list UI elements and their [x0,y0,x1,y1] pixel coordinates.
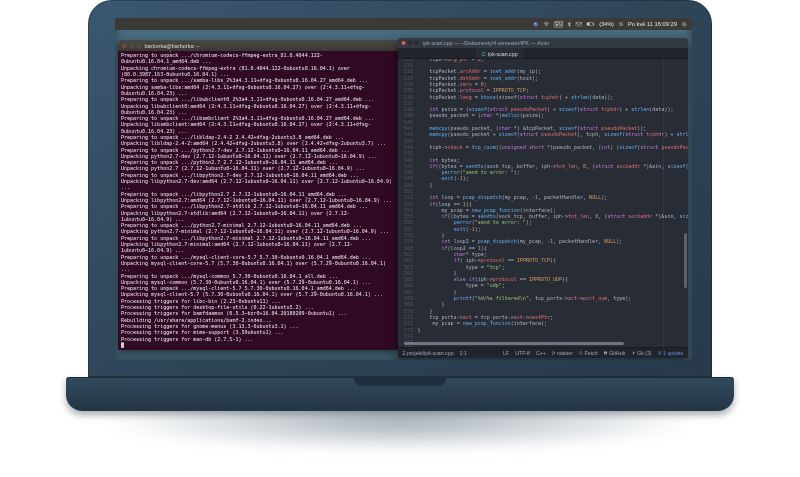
editor-titlebar[interactable]: ipk-scan.cpp — ~/Dokumenty/4.semester/IP… [398,38,688,48]
update-icon [658,351,662,355]
window-title: ipk-scan.cpp — ~/Dokumenty/4.semester/IP… [423,40,549,46]
terminal-line: Unpacking libsmbclient:amd64 (2:4.3.11+d… [121,122,397,135]
terminal-line: Unpacking libpython2.7-dev:amd64 (2.7.12… [121,179,397,192]
code-line: 542 memcpy(pseudo_packet + sizeof(struct… [398,132,688,138]
terminal-line: Unpacking samba-libs:amd64 (2:4.3.11+dfs… [121,85,397,98]
cursor-position[interactable]: 1:1 [460,350,467,356]
battery-percentage: (34%) [599,21,614,27]
horizontal-scrollbar[interactable] [404,342,624,345]
session-gear-icon[interactable] [682,21,688,27]
top-panel: EN (34%) Po kvě 11 16:09:29 [115,18,692,30]
laptop-mockup-scene: EN (34%) Po kvě 11 16:09:29 [0,0,800,477]
line-ending-indicator[interactable]: LF [503,350,509,356]
terminal-line: Unpacking chromium-codecs-ffmpeg-extra (… [121,66,397,79]
terminal-output[interactable]: Preparing to unpack .../chromium-browser… [118,51,400,350]
branch-icon [552,351,556,356]
terminal-titlebar[interactable]: barborka@barborka: ~ [118,40,400,51]
battery-icon[interactable] [587,22,595,26]
laptop-base [66,377,734,411]
file-path[interactable]: 2.projekt/ipk-scan.cpp [403,350,454,356]
git-branch[interactable]: master [552,350,573,356]
tab-bar: C ipk-scan.cpp [398,48,688,59]
fetch-icon [579,351,583,355]
terminal-line: Unpacking libpython2.7-stdlib:amd64 (2.7… [121,210,397,223]
status-bar: 2.projekt/ipk-scan.cpp 1:1 LF UTF-8 C++ … [398,347,688,358]
maximize-button[interactable] [137,43,142,48]
bluetooth-icon[interactable] [568,21,572,27]
minimize-button[interactable] [408,41,412,45]
panel-clock[interactable]: Po kvě 11 16:09:29 [628,21,677,27]
close-button[interactable] [122,43,127,48]
laptop-lid: EN (34%) Po kvě 11 16:09:29 [88,0,712,377]
terminal-cursor [121,343,124,349]
terminal-window: barborka@barborka: ~ Preparing to unpack… [118,40,400,350]
terminal-title: barborka@barborka: ~ [145,43,200,49]
desktop: EN (34%) Po kvě 11 16:09:29 [115,18,692,360]
minimize-button[interactable] [130,43,135,48]
terminal-line: Preparing to unpack .../chromium-codecs-… [121,53,397,66]
vertical-scrollbar[interactable] [684,233,687,288]
keyboard-layout-indicator[interactable]: EN [554,21,563,28]
encoding-indicator[interactable]: UTF-8 [515,350,530,356]
sync-arrows-icon[interactable] [618,22,623,27]
laptop-base-notch [354,378,446,386]
cpp-file-icon: C [482,51,486,57]
fetch-button[interactable]: Fetch [579,350,598,356]
tab-ipk-scan[interactable]: C ipk-scan.cpp [476,48,524,59]
editor-window: ipk-scan.cpp — ~/Dokumenty/4.semester/IP… [398,38,688,358]
terminal-line: Unpacking libwbclient0:amd64 (2:4.3.11+d… [121,103,397,116]
git-diff-icon [631,351,635,355]
code-line: 544 tcph->check = tcp_csum((unsigned sho… [398,144,688,150]
terminal-line: Unpacking mysql-client-core-5.7 (5.7.30-… [121,261,397,274]
update-available-button[interactable]: 1 update [658,350,684,356]
github-icon [604,351,608,355]
mail-envelope-icon[interactable] [576,22,583,27]
code-editor[interactable]: 530 tcph->urg_ptr = 0;531532 tcpPacket.s… [398,59,688,347]
terminal-line: Unpacking libpython2.7-minimal:amd64 (2.… [121,242,397,255]
github-button[interactable]: GitHub [604,350,626,356]
close-button[interactable] [402,41,406,45]
tab-label: ipk-scan.cpp [488,51,517,57]
app-indicator-icon[interactable] [533,21,539,27]
maximize-button[interactable] [415,41,419,45]
git-changes-button[interactable]: Git (3) [631,350,651,356]
grammar-indicator[interactable]: C++ [536,350,546,356]
network-wifi-icon[interactable] [543,22,550,27]
